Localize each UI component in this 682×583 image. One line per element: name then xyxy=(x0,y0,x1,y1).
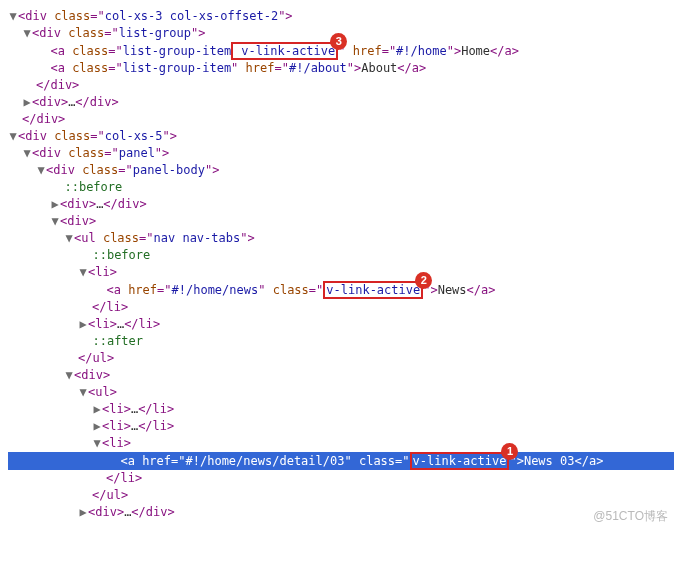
dom-tree-line[interactable]: </li> xyxy=(8,299,674,316)
dom-tree-line[interactable]: <a class="list-group-item3 v-link-active… xyxy=(8,42,674,60)
disclosure-triangle[interactable]: ▶ xyxy=(92,401,102,418)
dom-tree-line[interactable]: ▶<li>…</li> xyxy=(8,418,674,435)
disclosure-triangle[interactable]: ▼ xyxy=(22,145,32,162)
dom-tree-line[interactable]: ▼<div> xyxy=(8,213,674,230)
disclosure-triangle[interactable]: ▶ xyxy=(50,196,60,213)
dom-tree-line[interactable]: <a href="#!/home/news" class="2v-link-ac… xyxy=(8,281,674,299)
dom-tree-line[interactable]: <a href="#!/home/news/detail/03" class="… xyxy=(8,452,674,470)
dom-tree-line[interactable]: <a class="list-group-item" href="#!/abou… xyxy=(8,60,674,77)
dom-tree-line[interactable]: ▼<div class="col-xs-3 col-xs-offset-2"> xyxy=(8,8,674,25)
disclosure-triangle[interactable]: ▶ xyxy=(92,418,102,435)
disclosure-triangle[interactable]: ▼ xyxy=(36,162,46,179)
dom-tree-line[interactable]: ▼<div> xyxy=(8,367,674,384)
disclosure-triangle[interactable]: ▼ xyxy=(8,128,18,145)
dom-tree-line[interactable]: ▼<div class="panel"> xyxy=(8,145,674,162)
dom-tree-line[interactable]: ▶<div>…</div> xyxy=(8,196,674,213)
dom-tree-line[interactable]: </div> xyxy=(8,111,674,128)
disclosure-triangle[interactable]: ▶ xyxy=(78,504,88,521)
dom-tree-line[interactable]: ▼<li> xyxy=(8,435,674,452)
disclosure-triangle[interactable]: ▼ xyxy=(64,367,74,384)
dom-tree-line[interactable]: ▶<li>…</li> xyxy=(8,401,674,418)
disclosure-triangle[interactable]: ▼ xyxy=(8,8,18,25)
disclosure-triangle[interactable]: ▼ xyxy=(64,230,74,247)
dom-tree-line[interactable]: ▼<ul> xyxy=(8,384,674,401)
highlight-box-3: 3 v-link-active xyxy=(231,42,338,60)
dom-tree-line[interactable]: </div> xyxy=(8,77,674,94)
highlight-box-1: 1v-link-active xyxy=(410,452,510,470)
disclosure-triangle[interactable]: ▼ xyxy=(78,264,88,281)
dom-tree-line[interactable]: ▼<li> xyxy=(8,264,674,281)
dom-tree-line[interactable]: ::before xyxy=(8,179,674,196)
disclosure-triangle[interactable]: ▼ xyxy=(50,213,60,230)
dom-tree-line[interactable]: ▼<div class="panel-body"> xyxy=(8,162,674,179)
disclosure-triangle[interactable]: ▶ xyxy=(22,94,32,111)
dom-tree-line[interactable]: ▼<ul class="nav nav-tabs"> xyxy=(8,230,674,247)
dom-tree-line[interactable]: </ul> xyxy=(8,350,674,367)
dom-tree-line[interactable]: </ul> xyxy=(8,487,674,504)
dom-tree-line[interactable]: ::before xyxy=(8,247,674,264)
dom-tree-line[interactable]: ::after xyxy=(8,333,674,350)
dom-tree-line[interactable]: </li> xyxy=(8,470,674,487)
disclosure-triangle[interactable]: ▼ xyxy=(22,25,32,42)
disclosure-triangle[interactable]: ▼ xyxy=(78,384,88,401)
dom-tree-line[interactable]: ▶<div>…</div> xyxy=(8,504,674,521)
watermark: @51CTO博客 xyxy=(593,508,668,525)
dom-tree-line[interactable]: ▶<li>…</li> xyxy=(8,316,674,333)
dom-tree-line[interactable]: ▼<div class="col-xs-5"> xyxy=(8,128,674,145)
highlight-box-2: 2v-link-active xyxy=(323,281,423,299)
dom-tree-line[interactable]: ▶<div>…</div> xyxy=(8,94,674,111)
disclosure-triangle[interactable]: ▼ xyxy=(92,435,102,452)
disclosure-triangle[interactable]: ▶ xyxy=(78,316,88,333)
